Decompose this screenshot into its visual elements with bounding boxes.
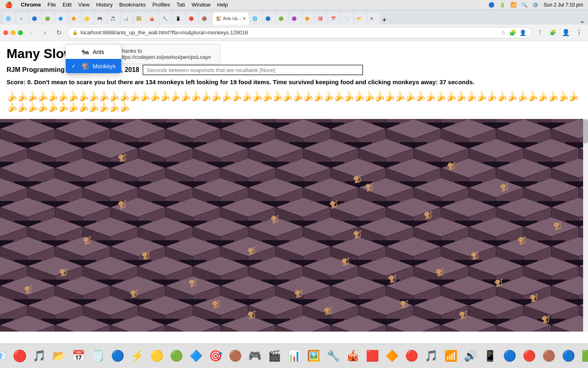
monkey-22[interactable]: 🐒 — [541, 315, 550, 324]
tab-6[interactable]: 🔶 — [69, 12, 81, 25]
monkey-20[interactable]: 🐒 — [529, 294, 538, 303]
dock-app4[interactable]: 🟢 — [167, 347, 185, 365]
monkey-3[interactable]: 🐒 — [82, 236, 91, 245]
dock-app10[interactable]: 📊 — [285, 347, 303, 365]
dock-files[interactable]: 📂 — [50, 347, 68, 365]
profile-icon[interactable]: 👤 — [519, 29, 526, 36]
scrollbar[interactable] — [583, 119, 588, 332]
dock-app21[interactable]: 🔵 — [501, 347, 519, 365]
monkey-19[interactable]: 🐒 — [494, 278, 503, 287]
dock-app2[interactable]: ⚡ — [128, 347, 146, 365]
dropdown-item-monkeys[interactable]: ✓ 🐒 Monkeys — [66, 59, 121, 73]
dock-app8[interactable]: 🎮 — [246, 347, 264, 365]
tab-3[interactable]: 🔵 — [29, 12, 42, 25]
dock-app17[interactable]: 🎵 — [422, 347, 440, 365]
monkey-4[interactable]: 🐒 — [141, 251, 150, 260]
history-menu[interactable]: History — [96, 2, 112, 8]
snapshot-input[interactable] — [143, 65, 363, 75]
apple-menu[interactable]: 🍎 — [5, 1, 13, 9]
monkey-31[interactable]: 🐒 — [24, 285, 33, 294]
tab-11[interactable]: 🖼️ — [134, 12, 146, 25]
tab-menu[interactable]: Tab — [176, 2, 185, 8]
help-menu[interactable]: Help — [217, 2, 228, 8]
dock-email[interactable]: 📧 — [0, 347, 9, 365]
monkey-6[interactable]: 🐒 — [129, 289, 138, 298]
monkey-26[interactable]: 🐒 — [400, 300, 409, 309]
monkey-11[interactable]: 🐒 — [388, 274, 397, 283]
dock-app3[interactable]: 🟡 — [148, 347, 166, 365]
close-button[interactable] — [3, 30, 8, 35]
monkey-27[interactable]: 🐒 — [447, 162, 456, 171]
monkey-21[interactable]: 🐒 — [459, 310, 468, 319]
tab-active[interactable]: 🐒 Ants Up... ✕ — [212, 12, 249, 25]
tab-22[interactable]: 🎯 — [315, 12, 327, 25]
dock-notes[interactable]: 🗒️ — [89, 347, 107, 365]
tab-13[interactable]: 🔧 — [160, 12, 172, 25]
bookmark-star-icon[interactable]: ☆ — [501, 29, 506, 36]
tab-24[interactable]: 🗒️ — [341, 12, 354, 25]
file-menu[interactable]: File — [47, 2, 56, 8]
view-menu[interactable]: View — [78, 2, 89, 8]
dock-app20[interactable]: 📱 — [481, 347, 499, 365]
game-area[interactable]: 🐒🐒🐒🐒🐒🐒🐒🐒🐒🐒🐒🐒🐒🐒🐒🐒🐒🐒🐒🐒🐒🐒🐒🐒🐒🐒🐒🐒🐒🐒🐒🐒 — [0, 119, 588, 332]
tab-12[interactable]: 🎪 — [147, 12, 159, 25]
monkey-28[interactable]: 🐒 — [500, 183, 509, 192]
monkey-18[interactable]: 🐒 — [553, 221, 562, 230]
dock-app18[interactable]: 📶 — [442, 347, 460, 365]
dropdown-item-ants[interactable]: 🐜 Ants — [66, 45, 121, 59]
monkey-5[interactable]: 🐒 — [59, 268, 68, 277]
tab-19[interactable]: 🟢 — [276, 12, 288, 25]
monkey-9[interactable]: 🐒 — [247, 247, 256, 256]
monkey-23[interactable]: 🐒 — [423, 211, 432, 220]
monkey-13[interactable]: 🐒 — [247, 310, 256, 319]
tab-14[interactable]: 📱 — [173, 12, 185, 25]
dock-app22[interactable]: 🔴 — [520, 347, 538, 365]
tab-20[interactable]: 🟣 — [289, 12, 301, 25]
dock-app6[interactable]: 🎯 — [207, 347, 225, 365]
tab-18[interactable]: 🔵 — [263, 12, 275, 25]
dock-app16[interactable]: 🔴 — [403, 347, 421, 365]
dock-app25[interactable]: 🟩 — [579, 347, 588, 365]
dock-app14[interactable]: 🟥 — [363, 347, 381, 365]
profile-button[interactable]: 👤 — [560, 27, 572, 38]
monkey-25[interactable]: 🐒 — [365, 183, 374, 192]
dock-app15[interactable]: 🔶 — [383, 347, 401, 365]
tab-9[interactable]: 🎵 — [108, 12, 120, 25]
monkey-16[interactable]: 🐒 — [470, 251, 479, 260]
tab-1[interactable]: 🌐 — [3, 12, 16, 25]
forward-button[interactable]: › — [39, 27, 51, 38]
monkey-0[interactable]: 🐒 — [118, 200, 127, 209]
extension-icon[interactable]: 🧩 — [509, 29, 516, 36]
tab-5[interactable]: 🔷 — [56, 12, 68, 25]
tab-4[interactable]: 🟢 — [42, 12, 55, 25]
new-tab-button[interactable]: + — [382, 16, 387, 25]
dock-app1[interactable]: 🔵 — [109, 347, 127, 365]
edit-menu[interactable]: Edit — [62, 2, 71, 8]
dock-app19[interactable]: 🔊 — [461, 347, 479, 365]
monkey-17[interactable]: 🐒 — [517, 236, 526, 245]
reload-button[interactable]: ↻ — [53, 27, 65, 38]
tab-close-x[interactable]: ✕ — [368, 12, 380, 25]
tab-15[interactable]: 🔴 — [186, 12, 198, 25]
dock-app24[interactable]: 🔵 — [559, 347, 577, 365]
maximize-button[interactable] — [18, 30, 23, 35]
tab-10[interactable]: 📊 — [121, 12, 133, 25]
dock-app9[interactable]: 🎬 — [265, 347, 283, 365]
tab-8[interactable]: 🎮 — [95, 12, 107, 25]
tab-2[interactable]: 📧 — [16, 12, 29, 25]
dock-safari[interactable]: 🔴 — [11, 347, 29, 365]
minimize-button[interactable] — [11, 30, 16, 35]
dock-calendar[interactable]: 📅 — [69, 347, 87, 365]
dock-music[interactable]: 🎵 — [30, 347, 48, 365]
dock-app23[interactable]: 🟤 — [540, 347, 558, 365]
tab-17[interactable]: 🌐 — [250, 12, 262, 25]
dock-app5[interactable]: 🔷 — [187, 347, 205, 365]
tab-7[interactable]: 🟡 — [82, 12, 94, 25]
window-menu[interactable]: Window — [192, 2, 210, 8]
address-bar[interactable]: 🔒 localhost:8888/ants_up_the_wall.html?f… — [67, 27, 532, 38]
dock-app13[interactable]: 🎪 — [344, 347, 362, 365]
control-center-icon[interactable]: ⚙️ — [532, 2, 539, 8]
monkey-29[interactable]: 🐒 — [270, 215, 279, 224]
monkey-8[interactable]: 🐒 — [188, 278, 197, 287]
monkey-1[interactable]: 🐒 — [118, 153, 127, 162]
